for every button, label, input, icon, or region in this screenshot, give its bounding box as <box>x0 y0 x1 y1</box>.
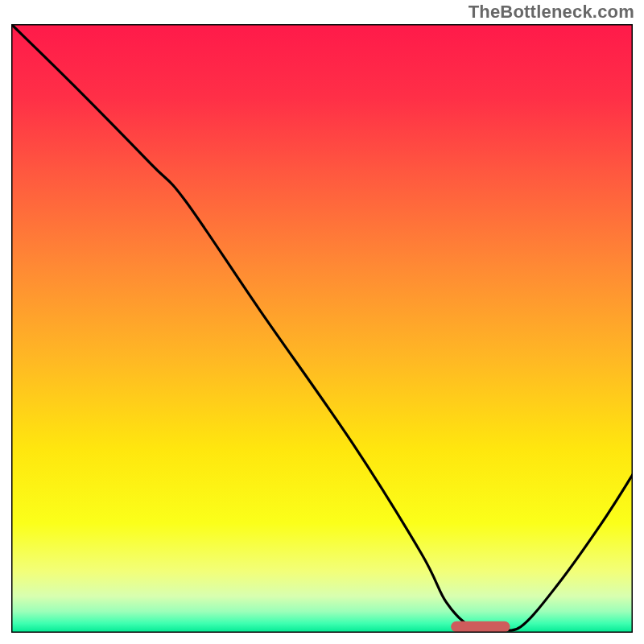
bottleneck-chart <box>11 24 633 633</box>
optimal-marker <box>451 621 510 633</box>
chart-container <box>11 24 633 633</box>
watermark-text: TheBottleneck.com <box>469 2 634 23</box>
